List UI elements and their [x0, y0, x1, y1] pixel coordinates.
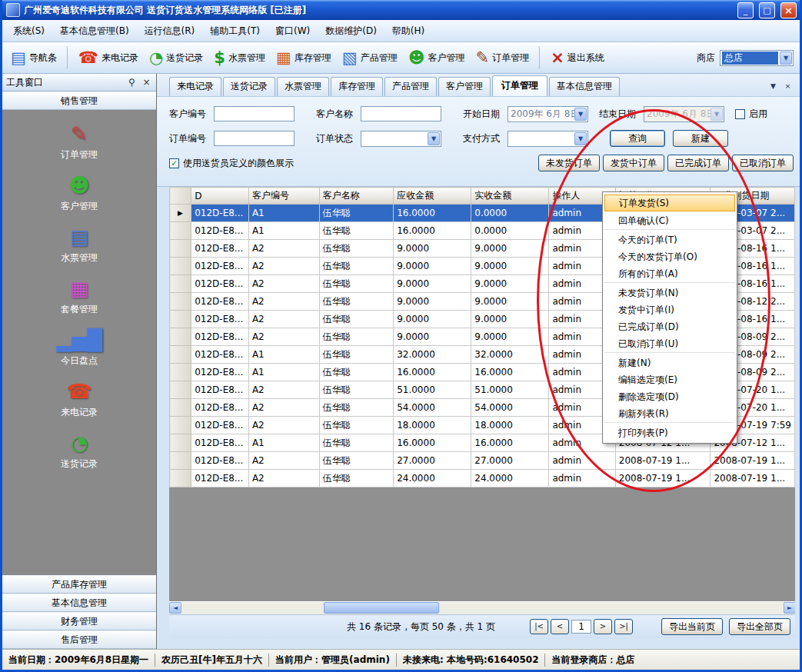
prev-page-button[interactable]: <	[551, 619, 569, 634]
page-number-input[interactable]	[571, 620, 591, 634]
sidebar-item[interactable]: ▤ 水票管理	[2, 219, 156, 271]
new-button[interactable]: 新建	[673, 130, 728, 147]
sidebar-item[interactable]: ☎ 来电记录	[2, 374, 156, 425]
toolbar-button[interactable]: × 退出系统	[545, 46, 610, 69]
context-menu-item[interactable]: 今天的订单(T)	[604, 231, 735, 248]
tab-list-icon[interactable]: ▼	[767, 81, 779, 92]
start-date-picker[interactable]: 2009年 6月 8日 ▼	[507, 106, 588, 122]
sidebar-group-sales[interactable]: 销售管理	[2, 91, 156, 110]
context-menu-item[interactable]: 已取消订单(U)	[604, 335, 735, 353]
context-menu-item[interactable]: 订单发货(S)	[604, 195, 735, 211]
context-menu-item[interactable]: 已完成订单(D)	[604, 318, 735, 335]
order-status-filter-button[interactable]: 发货中订单	[603, 155, 664, 171]
tab[interactable]: 订单管理	[492, 75, 547, 96]
toolbar-button[interactable]: ▤ 导航条	[5, 46, 68, 69]
scroll-right-icon[interactable]: ►	[784, 602, 795, 614]
context-menu-item[interactable]: 发货中订单(I)	[604, 301, 735, 318]
row-selector[interactable]	[170, 452, 191, 470]
context-menu-item[interactable]: 新建(N)	[604, 354, 735, 371]
tab[interactable]: 来电记录	[169, 77, 221, 96]
row-selector[interactable]	[170, 364, 191, 381]
context-menu-item[interactable]: 打印列表(P)	[604, 424, 735, 441]
menu-item[interactable]: 运行信息(R)	[137, 22, 203, 41]
row-selector[interactable]	[170, 434, 191, 452]
toolbar-button[interactable]: $ 水票管理	[208, 46, 271, 69]
query-button[interactable]: 查询	[610, 130, 665, 147]
chevron-down-icon[interactable]: ▼	[574, 108, 587, 121]
row-selector[interactable]	[170, 417, 191, 434]
scroll-left-icon[interactable]: ◄	[169, 602, 181, 614]
toolbar-button[interactable]: ▦ 库存管理	[271, 46, 337, 69]
row-selector[interactable]	[170, 258, 191, 275]
context-menu-item[interactable]: 编辑选定项(E)	[604, 371, 735, 388]
export-current-page-button[interactable]: 导出当前页	[661, 618, 723, 635]
column-header[interactable]: 客户编号	[248, 188, 319, 205]
menu-item[interactable]: 系统(S)	[5, 22, 52, 41]
toolbar-button[interactable]: ☎ 来电记录	[73, 46, 144, 69]
column-header[interactable]: 实收金额	[471, 188, 549, 205]
row-selector[interactable]: ▶	[170, 205, 191, 222]
sidebar-group[interactable]: 基本信息管理	[2, 594, 156, 612]
toolbar-button[interactable]: ✎ 订单管理	[471, 46, 541, 69]
row-selector[interactable]	[170, 222, 191, 240]
row-selector[interactable]	[170, 275, 191, 293]
chevron-down-icon[interactable]: ▼	[780, 52, 792, 65]
first-page-button[interactable]: |<	[530, 619, 548, 634]
tab[interactable]: 库存管理	[331, 77, 383, 96]
next-page-button[interactable]: >	[594, 619, 612, 634]
scrollbar-thumb[interactable]	[324, 602, 439, 614]
tab[interactable]: 客户管理	[438, 77, 491, 96]
order-status-select[interactable]: ▼	[361, 131, 441, 147]
tab-close-icon[interactable]: ×	[782, 81, 794, 92]
sidebar-item[interactable]: ☻ 客户管理	[2, 168, 156, 219]
context-menu-item[interactable]: 今天的发货订单(O)	[604, 248, 735, 265]
column-header[interactable]: 应收金额	[394, 188, 471, 205]
order-code-input[interactable]	[214, 131, 295, 146]
chevron-down-icon[interactable]: ▼	[574, 132, 587, 145]
context-menu-item[interactable]: 所有的订单(A)	[604, 265, 735, 283]
sidebar-group[interactable]: 售后管理	[2, 630, 156, 649]
column-header[interactable]: D	[191, 188, 249, 205]
tab[interactable]: 产品管理	[384, 77, 437, 96]
row-selector[interactable]	[170, 311, 191, 328]
minimize-button[interactable]: _	[737, 2, 754, 18]
customer-name-input[interactable]	[361, 106, 441, 121]
close-icon[interactable]: ×	[141, 77, 152, 88]
order-status-filter-button[interactable]: 未发货订单	[538, 155, 600, 171]
menu-item[interactable]: 窗口(W)	[268, 22, 318, 41]
order-status-filter-button[interactable]: 已取消订单	[732, 155, 794, 171]
tab[interactable]: 送货记录	[223, 77, 275, 96]
maximize-button[interactable]: □	[759, 2, 775, 18]
delivery-color-checkbox[interactable]: ✓	[169, 158, 179, 168]
toolbar-button[interactable]: ◔ 送货记录	[144, 46, 208, 69]
context-menu-item[interactable]: 删除选定项(D)	[604, 388, 735, 405]
sidebar-item[interactable]: ◔ 送货记录	[2, 425, 156, 477]
chevron-down-icon[interactable]: ▼	[428, 132, 440, 145]
row-selector[interactable]	[170, 381, 191, 399]
grid-corner-cell[interactable]	[170, 188, 191, 205]
scrollbar-track[interactable]	[181, 602, 784, 614]
sidebar-group[interactable]: 财务管理	[2, 612, 156, 630]
last-page-button[interactable]: >|	[614, 619, 633, 634]
store-select[interactable]: 总店 ▼	[720, 50, 794, 66]
pay-method-select[interactable]: ▼	[507, 131, 588, 147]
row-selector[interactable]	[170, 346, 191, 364]
row-selector[interactable]	[170, 328, 191, 346]
horizontal-scrollbar[interactable]: ◄ ►	[169, 601, 795, 614]
pin-icon[interactable]: ⚲	[126, 77, 138, 88]
table-row[interactable]: 012D-E8... A2 伍华聪 27.0000 27.0000 admin …	[170, 452, 795, 470]
order-status-filter-button[interactable]: 已完成订单	[667, 155, 729, 171]
toolbar-button[interactable]: ☻ 客户管理	[403, 46, 471, 69]
tab[interactable]: 水票管理	[277, 77, 329, 96]
row-selector[interactable]	[170, 293, 191, 311]
sidebar-group[interactable]: 产品库存管理	[2, 575, 156, 594]
menu-item[interactable]: 数据维护(D)	[318, 22, 384, 41]
column-header[interactable]: 客户名称	[319, 188, 393, 205]
enable-checkbox[interactable]	[735, 109, 745, 119]
row-selector[interactable]	[170, 240, 191, 258]
sidebar-item[interactable]: ▂▅█ 今日盘点	[2, 322, 156, 374]
sidebar-item[interactable]: ✎ 订单管理	[2, 116, 156, 168]
menu-item[interactable]: 帮助(H)	[384, 22, 432, 41]
context-menu-item[interactable]: 回单确认(C)	[604, 212, 735, 230]
row-selector[interactable]	[170, 399, 191, 417]
